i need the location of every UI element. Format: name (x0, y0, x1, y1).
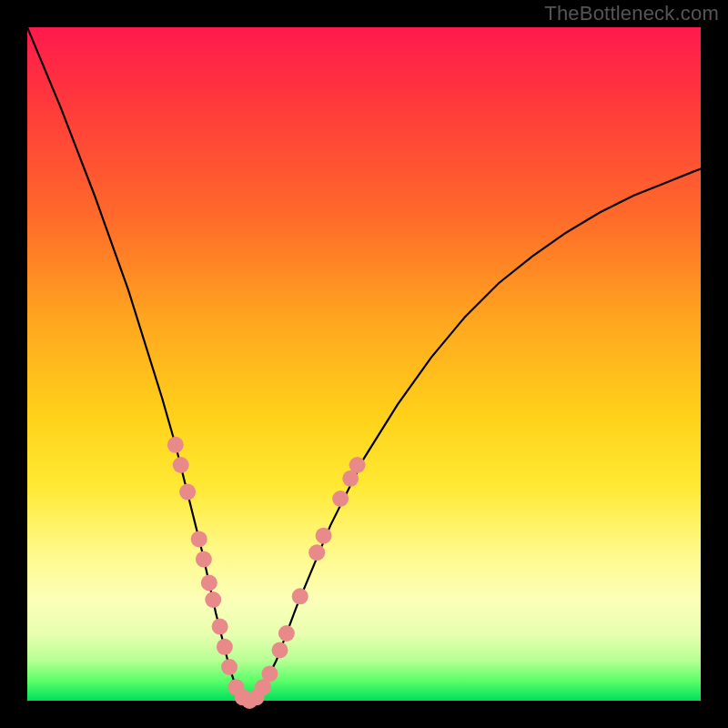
chart-frame: TheBottleneck.com (0, 0, 728, 728)
highlight-dot (308, 544, 325, 561)
bottleneck-curve (27, 27, 701, 701)
highlight-dot (201, 575, 217, 592)
highlight-dot (272, 642, 288, 659)
highlight-dot (205, 592, 221, 608)
highlight-dot (261, 665, 278, 682)
curve-svg (27, 27, 701, 701)
plot-area (27, 27, 701, 701)
highlight-dot (349, 457, 366, 473)
highlight-dot (173, 457, 189, 473)
highlight-dot (212, 619, 228, 635)
highlight-dot (278, 625, 295, 642)
highlight-dot (179, 484, 196, 500)
highlight-dot (217, 639, 233, 655)
highlight-dot (221, 659, 238, 675)
highlight-dot (316, 528, 332, 544)
highlight-dot (196, 551, 212, 568)
highlight-dot (292, 588, 308, 604)
highlight-dot (167, 437, 184, 453)
highlight-dot (332, 490, 349, 507)
highlight-dots-group (167, 437, 366, 709)
highlight-dot (191, 531, 207, 547)
watermark-text: TheBottleneck.com (544, 2, 719, 25)
